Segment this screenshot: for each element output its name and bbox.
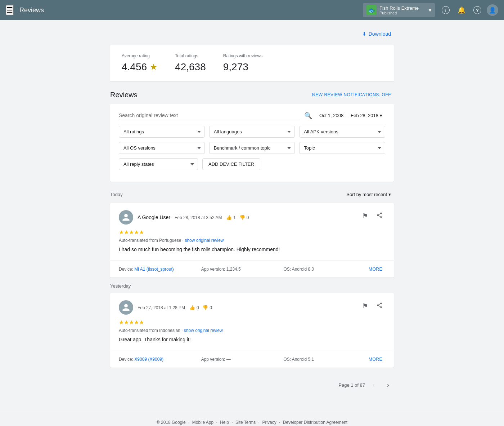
app-icon: 🐟 xyxy=(366,5,377,15)
sort-button[interactable]: Sort by most recent ▾ xyxy=(343,190,394,199)
menu-icon[interactable]: ☰ xyxy=(6,5,14,15)
user-avatar-1 xyxy=(119,210,133,225)
review-date-2: Feb 27, 2018 at 1:28 PM xyxy=(138,305,185,310)
ratings-with-reviews-stat: Ratings with reviews 9,273 xyxy=(223,53,262,73)
thumbs-up-count-1: 👍 1 xyxy=(226,214,237,220)
review-stars-1: ★★★★★ xyxy=(119,229,385,236)
review-username-1: A Google User Feb 28, 2018 at 3:52 AM 👍 … xyxy=(138,214,249,220)
share-button-2[interactable] xyxy=(374,300,385,312)
translation-note-2: Auto-translated from Indonesian · show o… xyxy=(119,328,385,333)
flag-icon-1: ⚑ xyxy=(362,212,368,220)
flag-button-1[interactable]: ⚑ xyxy=(359,210,371,222)
device-link-2[interactable]: X9009 (X9009) xyxy=(134,357,163,362)
reply-states-filter[interactable]: All reply states xyxy=(119,158,198,170)
total-ratings-stat: Total ratings 42,638 xyxy=(175,53,206,73)
review-username-2: Feb 27, 2018 at 1:28 PM 👍 0 👎 0 xyxy=(138,305,212,310)
filter-row-1: All ratings All languages All APK versio… xyxy=(119,126,385,138)
today-section-header: Today Sort by most recent ▾ xyxy=(110,190,394,199)
search-icon: 🔍 xyxy=(304,112,312,120)
main-content: ⬇ Download Average rating 4.456 ★ Total … xyxy=(104,20,400,405)
review-os-1: OS: Android 8.0 xyxy=(283,267,366,272)
user-avatar-button[interactable]: 👤 xyxy=(487,4,498,16)
flag-icon-2: ⚑ xyxy=(362,302,368,310)
help-icon: ? xyxy=(473,6,481,14)
filter-row-3: All reply states ADD DEVICE FILTER xyxy=(119,158,385,170)
thumbs-up-icon-1: 👍 xyxy=(226,215,232,220)
review-app-version-1: App version: 1,234.5 xyxy=(201,267,284,272)
prev-page-button[interactable]: ‹ xyxy=(368,379,379,391)
app-status: Published xyxy=(379,11,426,15)
review-stars-2: ★★★★★ xyxy=(119,319,385,326)
review-text-1: I had so much fun becoming the fish roll… xyxy=(119,246,385,253)
filter-row-2: All OS versions Benchmark / common topic… xyxy=(119,142,385,154)
benchmark-filter[interactable]: Benchmark / common topic xyxy=(209,142,295,154)
next-icon: › xyxy=(387,381,389,389)
download-row: ⬇ Download xyxy=(110,29,394,39)
total-ratings-label: Total ratings xyxy=(175,53,206,58)
new-review-notifications-button[interactable]: NEW REVIEW NOTIFICATIONS: OFF xyxy=(309,90,394,99)
os-versions-filter[interactable]: All OS versions xyxy=(119,142,205,154)
thumbs-down-icon-2: 👎 xyxy=(202,305,208,310)
translation-note-1: Auto-translated from Portuguese · show o… xyxy=(119,238,385,243)
total-ratings-value: 42,638 xyxy=(175,61,206,73)
thumbs-up-count-2: 👍 0 xyxy=(189,305,200,310)
app-name: Fish Rolls Extreme xyxy=(379,5,426,11)
help-button[interactable]: ? xyxy=(471,4,484,17)
footer-link-site-terms[interactable]: Site Terms xyxy=(235,420,256,425)
bell-icon: 🔔 xyxy=(458,6,465,14)
today-label: Today xyxy=(110,192,123,197)
avg-rating-stat: Average rating 4.456 ★ xyxy=(122,53,158,73)
page-title: Reviews xyxy=(19,6,363,14)
footer-link-dev-agreement[interactable]: Developer Distribution Agreement xyxy=(283,420,347,425)
user-avatar-2 xyxy=(119,300,133,315)
chevron-down-icon: ▾ xyxy=(429,7,431,13)
download-button[interactable]: ⬇ Download xyxy=(359,29,394,39)
notification-bell-button[interactable]: 🔔 xyxy=(455,4,468,17)
ratings-filter[interactable]: All ratings xyxy=(119,126,205,138)
avg-rating-label: Average rating xyxy=(122,53,158,58)
review-date-1: Feb 28, 2018 at 3:52 AM xyxy=(175,215,222,220)
date-range-chevron: ▾ xyxy=(380,113,382,118)
yesterday-section-header: Yesterday xyxy=(110,283,394,289)
more-button-2[interactable]: MORE xyxy=(366,355,385,363)
device-link-1[interactable]: Mi A1 (tissot_sprout) xyxy=(134,267,174,272)
review-device-2: Device: X9009 (X9009) xyxy=(119,357,201,362)
ratings-with-reviews-value: 9,273 xyxy=(223,61,262,73)
info-icon-button[interactable]: i xyxy=(439,4,452,17)
topic-filter[interactable]: Topic xyxy=(299,142,385,154)
share-icon-1 xyxy=(376,212,383,220)
app-selector[interactable]: 🐟 Fish Rolls Extreme Published ▾ xyxy=(363,3,435,17)
more-button-1[interactable]: MORE xyxy=(366,265,385,273)
reviews-title: Reviews xyxy=(110,91,138,99)
ratings-with-reviews-label: Ratings with reviews xyxy=(223,53,262,58)
flag-button-2[interactable]: ⚑ xyxy=(359,300,371,312)
page-label: Page 1 of 87 xyxy=(338,382,365,388)
thumbs-down-icon-1: 👎 xyxy=(239,215,245,220)
page-footer: © 2018 Google · Mobile App · Help · Site… xyxy=(0,411,504,426)
next-page-button[interactable]: › xyxy=(382,379,394,391)
date-range-text: Oct 1, 2008 — Feb 28, 2018 xyxy=(319,113,378,118)
prev-icon: ‹ xyxy=(373,381,375,389)
review-os-2: OS: Android 5.1 xyxy=(283,357,366,362)
share-button-1[interactable] xyxy=(374,210,385,222)
date-range-button[interactable]: Oct 1, 2008 — Feb 28, 2018 ▾ xyxy=(316,111,385,120)
footer-link-help[interactable]: Help xyxy=(220,420,229,425)
review-card-2: Feb 27, 2018 at 1:28 PM 👍 0 👎 0 xyxy=(110,293,394,368)
apk-versions-filter[interactable]: All APK versions xyxy=(299,126,385,138)
header-icons: i 🔔 ? 👤 xyxy=(439,4,498,17)
footer-link-mobile-app[interactable]: Mobile App xyxy=(192,420,213,425)
download-icon: ⬇ xyxy=(362,31,366,37)
review-meta-2: Feb 27, 2018 at 1:28 PM 👍 0 👎 0 xyxy=(138,305,212,310)
search-input[interactable] xyxy=(119,111,300,120)
show-original-link-2[interactable]: show original review xyxy=(184,328,223,333)
review-text-2: Great app. Thanks for making it! xyxy=(119,336,385,343)
sort-label: Sort by most recent xyxy=(346,192,387,197)
review-user-info-1: A Google User Feb 28, 2018 at 3:52 AM 👍 … xyxy=(119,210,249,225)
add-device-filter-button[interactable]: ADD DEVICE FILTER xyxy=(202,158,260,170)
show-original-link-1[interactable]: show original review xyxy=(185,238,224,243)
footer-link-privacy[interactable]: Privacy xyxy=(262,420,276,425)
review-actions-1: ⚑ xyxy=(359,210,385,222)
review-footer-2: Device: X9009 (X9009) App version: — OS:… xyxy=(110,351,394,368)
languages-filter[interactable]: All languages xyxy=(209,126,295,138)
sort-arrow-icon: ▾ xyxy=(388,192,391,197)
